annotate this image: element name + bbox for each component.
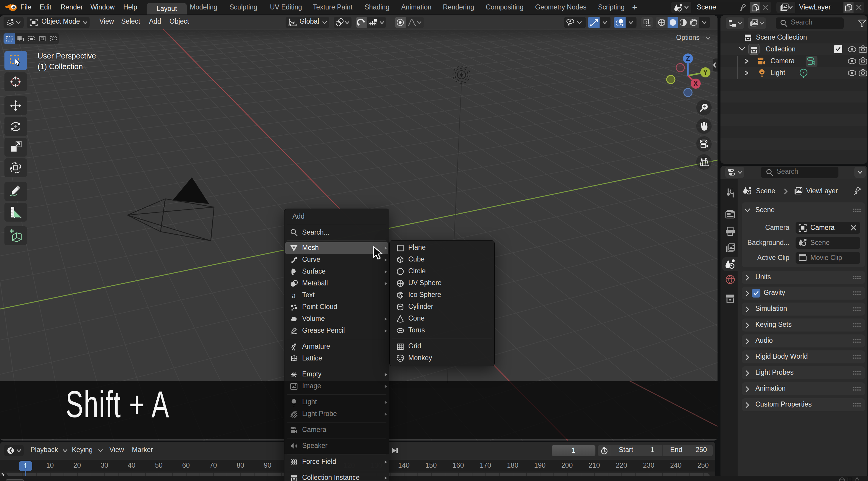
svg-text:Y: Y <box>703 68 708 76</box>
svg-text:X: X <box>693 80 698 88</box>
svg-text:Z: Z <box>686 55 690 62</box>
svg-text:a: a <box>292 291 296 299</box>
